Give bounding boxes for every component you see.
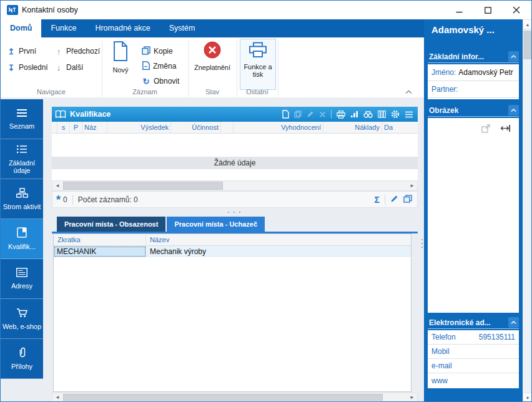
column-header-s[interactable]: s [57,122,69,133]
chart-icon[interactable] [350,110,358,118]
edit-pencil-icon[interactable] [390,195,398,205]
scroll-right-icon[interactable]: ► [407,181,417,190]
grid-horizontal-scrollbar[interactable]: ◄ ► [52,180,418,191]
sidebar-item-strom-aktivit[interactable]: Strom aktivit [1,179,43,219]
shopping-cart-icon [16,308,28,320]
sum-icon[interactable]: Σ [375,195,380,205]
jobs-column-nazev[interactable]: Název [146,234,411,245]
phone-row[interactable]: Telefon 595135111 [428,330,519,345]
ribbon-tab-funkce[interactable]: Funkce [41,19,86,37]
nav-last-button[interactable]: ↧ Poslední [7,61,48,74]
collapse-ribbon-button[interactable] [405,87,412,96]
nav-next-button[interactable]: ↓ Další [54,61,83,74]
jobs-table-row[interactable]: MECHANIK Mechanik výroby [54,246,411,257]
basic-info-box: Jméno: Adamovský Petr Partner: [428,64,519,99]
name-field[interactable]: Jméno: Adamovský Petr [428,64,519,81]
copy-record-button[interactable]: Kopie [142,45,173,57]
column-header-vysledek[interactable]: Výsledek [107,122,170,133]
section-image[interactable]: Obrázek [428,104,519,117]
grid-body [52,134,418,157]
section-electronic-addresses[interactable]: Elektronické ad... [428,316,519,329]
copy-item-icon[interactable] [294,110,302,118]
menu-icon[interactable] [405,111,413,118]
collapse-section-icon[interactable] [508,105,519,115]
printer-icon [249,42,267,59]
ribbon-tab-domu[interactable]: Domů [1,19,41,37]
electronic-box: Telefon 595135111 Mobil e-mail www [428,330,519,388]
functions-print-button[interactable]: Funkce a tisk [240,39,276,90]
name-label: Jméno: [431,68,456,77]
column-header-ucinnost[interactable]: Účinnost [170,122,220,133]
paperclip-icon [17,347,27,360]
scroll-thumb[interactable] [63,182,223,190]
name-value[interactable]: Adamovský Petr [458,68,513,77]
tab-pracovni-mista-obsazenost[interactable]: Pracovní místa - Obsazenost [57,217,165,232]
sidebar-item-kvalifikace[interactable]: Kvalifik... [1,219,43,259]
collapse-section-icon[interactable] [508,317,519,328]
email-row[interactable]: e-mail [428,359,519,373]
column-header-vyhodnoceni[interactable]: Vyhodnocení [233,122,323,133]
minimize-button[interactable] [445,1,473,19]
change-record-button[interactable]: Změna [142,60,176,72]
column-header-p[interactable]: P [69,122,82,133]
titlebar: Kontaktní osoby [1,1,531,19]
scroll-thumb[interactable] [523,31,532,59]
gear-icon[interactable] [391,110,400,119]
column-header-naklady[interactable]: Náklady [323,122,382,133]
copy-grid-icon[interactable] [403,195,412,205]
jobs-column-zkratka[interactable]: Zkratka [54,234,146,245]
column-header-datum[interactable]: Da [382,122,418,133]
refresh-button[interactable]: ↻ Obnovit [142,75,179,87]
sidebar-item-seznam[interactable]: Seznam [1,99,43,139]
close-button[interactable] [503,1,530,19]
fit-width-icon[interactable] [500,124,511,134]
phone-value[interactable]: 595135111 [479,333,515,341]
edit-item-icon[interactable] [307,110,314,118]
sidebar-item-zakladni-udaje[interactable]: Základní údaje [1,139,43,179]
book-icon [55,110,66,119]
job-name-cell[interactable]: Mechanik výroby [146,246,411,257]
ribbon-tab-hromadne-akce[interactable]: Hromadné akce [86,19,159,37]
vertical-scrollbar[interactable]: ▲ ▼ [523,19,532,402]
address-card-icon [16,268,27,279]
scroll-left-icon[interactable]: ◄ [52,393,62,401]
jobs-table: Zkratka Název MECHANIK Mechanik výroby [53,233,411,392]
mobile-label: Mobil [431,347,450,356]
sidebar-item-web-eshop[interactable]: Web, e-shop [1,299,43,339]
open-external-icon[interactable] [481,124,490,135]
tab-pracovni-mista-uchazec[interactable]: Pracovní místa - Uchazeč [167,217,265,232]
scroll-thumb[interactable] [63,394,383,401]
detail-list-icon [16,144,27,156]
job-code-cell[interactable]: MECHANIK [54,246,146,257]
new-item-icon[interactable] [282,110,289,119]
new-record-button[interactable]: Nový [106,39,135,89]
binoculars-icon[interactable] [363,110,373,118]
sidebar-item-adresy[interactable]: Adresy [1,259,43,299]
mobile-row[interactable]: Mobil [428,345,519,359]
partner-field[interactable]: Partner: [428,81,519,98]
scroll-right-icon[interactable]: ► [407,393,417,401]
email-label: e-mail [431,361,452,370]
columns-icon[interactable] [378,110,386,118]
invalidate-button[interactable]: Zneplatnění [190,39,234,89]
scroll-down-icon[interactable]: ▼ [523,393,532,402]
ribbon-tab-system[interactable]: Systém [160,19,205,37]
collapse-section-icon[interactable] [508,51,519,62]
maximize-button[interactable] [474,1,501,19]
column-header-nazev[interactable]: Náz [82,122,107,133]
scroll-up-icon[interactable]: ▲ [523,19,532,29]
scroll-left-icon[interactable]: ◄ [52,181,62,190]
sidebar-item-prilohy[interactable]: Přílohy [1,339,43,379]
bottom-horizontal-scrollbar[interactable]: ◄ ► [52,393,418,402]
nav-first-button[interactable]: ↥ První [7,45,36,57]
nav-previous-button[interactable]: ↑ Předchozí [54,45,100,57]
delete-item-icon[interactable] [319,111,326,118]
list-menu-icon [16,109,27,119]
group-label-navigace: Navigace [1,88,102,96]
www-row[interactable]: www [428,373,519,388]
section-basic-info[interactable]: Základní infor... [428,51,519,63]
grid-column-headers: s P Náz Výsledek Účinnost Vyhodnocení Ná… [52,122,418,134]
horizontal-splitter[interactable]: • • • [52,210,418,215]
print-icon[interactable] [337,110,345,119]
grid-statusbar: * 0 Počet záznamů: 0 Σ [52,191,418,208]
